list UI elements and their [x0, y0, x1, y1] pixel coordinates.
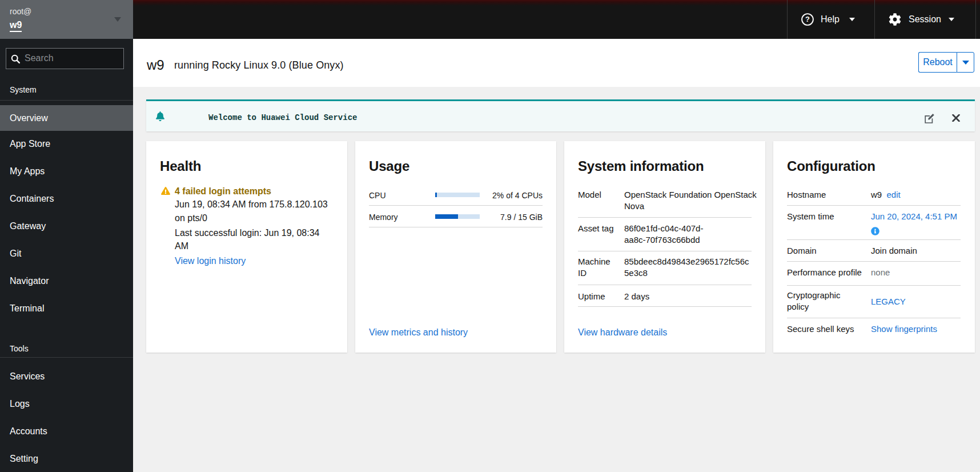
- svg-text:?: ?: [805, 15, 810, 23]
